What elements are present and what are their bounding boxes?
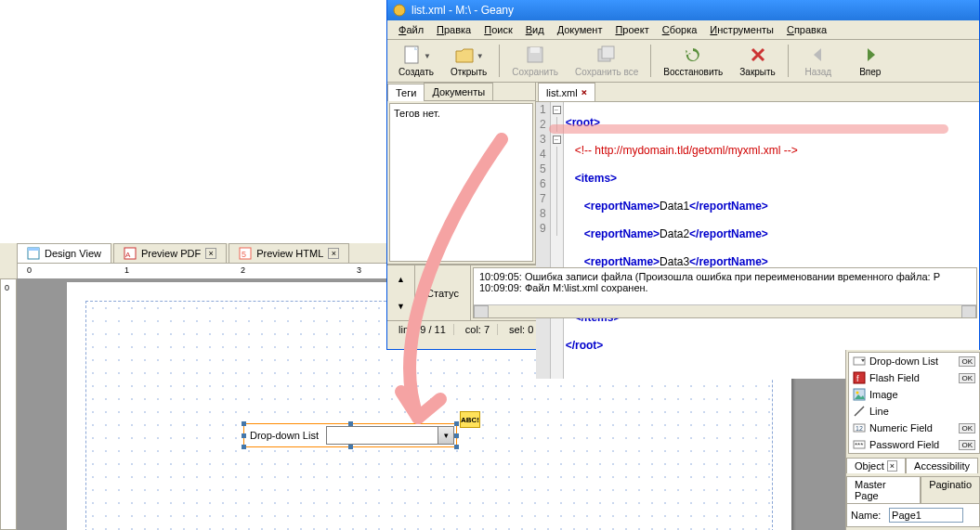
- close-icon[interactable]: ×: [328, 248, 339, 259]
- ruler-label: 0: [27, 265, 32, 275]
- line-icon: [853, 405, 866, 418]
- save-button[interactable]: Сохранить: [504, 43, 566, 79]
- tab-object[interactable]: Object×: [846, 458, 906, 473]
- ruler-label: 2: [241, 265, 245, 275]
- list-item[interactable]: Line: [849, 403, 979, 420]
- message-window: ▲▼ Статус 10:09:05: Ошибка записи файла …: [387, 265, 979, 320]
- layout-icon: [27, 247, 40, 260]
- resize-handle[interactable]: [242, 421, 246, 426]
- resize-handle[interactable]: [454, 421, 459, 426]
- resize-handle[interactable]: [242, 445, 246, 449]
- side-tab-documents[interactable]: Документы: [424, 83, 493, 100]
- tab-label: Design View: [45, 248, 101, 259]
- svg-rect-14: [854, 372, 865, 383]
- editor-tab[interactable]: list.xml ×: [538, 83, 595, 101]
- resize-handle[interactable]: [242, 433, 246, 438]
- svg-rect-12: [602, 46, 614, 58]
- tab-pagination[interactable]: Paginatio: [921, 476, 980, 503]
- list-item[interactable]: Drop-down ListOK: [849, 353, 979, 369]
- line-gutter: 123456789: [536, 102, 551, 379]
- widget-label: Drop-down List: [244, 430, 324, 441]
- menu-file[interactable]: Файл: [393, 22, 429, 37]
- menu-edit[interactable]: Правка: [431, 22, 477, 37]
- tab-label: Preview HTML: [256, 248, 323, 259]
- titlebar[interactable]: list.xml - M:\ - Geany: [387, 0, 979, 20]
- prop-name-label: Name:: [851, 510, 886, 521]
- resize-handle[interactable]: [348, 421, 353, 426]
- list-item[interactable]: 12 Numeric FieldOK: [849, 420, 979, 436]
- code-area[interactable]: 123456789 −− <root> <!-- http://mydomain…: [536, 102, 979, 379]
- svg-point-6: [394, 5, 405, 16]
- list-item[interactable]: Image: [849, 386, 979, 403]
- html5-icon: 5: [239, 247, 252, 260]
- tab-label: Preview PDF: [141, 248, 201, 259]
- code-text[interactable]: <root> <!-- http://mydomain.tld/getxml/m…: [564, 102, 798, 379]
- svg-text:***: ***: [855, 441, 863, 449]
- back-button[interactable]: Назад: [793, 43, 843, 79]
- chevron-down-icon[interactable]: ▼: [477, 52, 484, 60]
- ruler-label: 1: [124, 265, 129, 275]
- status-line: 10:09:05: Ошибка записи файла (Произошла…: [479, 271, 971, 282]
- svg-rect-10: [530, 47, 540, 53]
- side-tab-tags[interactable]: Теги: [387, 84, 425, 101]
- toolbar-label: Создать: [399, 67, 434, 77]
- tab-preview-pdf[interactable]: A Preview PDF ×: [113, 243, 227, 263]
- ruler-label: 3: [357, 265, 361, 275]
- menu-build[interactable]: Сборка: [657, 22, 703, 37]
- side-panel-content: Тегов нет.: [389, 103, 533, 262]
- close-icon[interactable]: ×: [581, 86, 588, 98]
- revert-button[interactable]: Восстановить: [656, 43, 730, 79]
- tab-accessibility[interactable]: Accessibility: [906, 458, 978, 473]
- dropdown-field[interactable]: [326, 426, 454, 445]
- list-item[interactable]: *** Password FieldOK: [849, 436, 979, 453]
- menu-tools[interactable]: Инструменты: [704, 22, 779, 37]
- palette-panel: Drop-down ListOK f Flash FieldOK Image L…: [845, 350, 980, 530]
- menu-project[interactable]: Проект: [609, 22, 654, 37]
- msg-nav[interactable]: ▲▼: [387, 265, 415, 320]
- dropdown-icon: [853, 355, 866, 368]
- abc-badge: ABC!: [460, 411, 480, 428]
- svg-text:A: A: [125, 251, 131, 259]
- status-line: 10:09:09: Файл M:\list.xml сохранен.: [479, 282, 971, 293]
- close-icon[interactable]: ×: [887, 460, 897, 472]
- svg-text:12: 12: [856, 425, 863, 432]
- fold-gutter[interactable]: −−: [551, 102, 564, 379]
- svg-text:5: 5: [242, 250, 246, 259]
- app-icon: [393, 4, 406, 17]
- toolbar-label: Впер: [859, 67, 881, 77]
- resize-handle[interactable]: [454, 433, 459, 438]
- menu-document[interactable]: Документ: [552, 22, 608, 37]
- close-button[interactable]: Закрыть: [732, 43, 783, 79]
- ruler-vertical: 0: [0, 278, 17, 530]
- menu-search[interactable]: Поиск: [478, 22, 517, 37]
- menu-help[interactable]: Справка: [781, 22, 832, 37]
- forward-button[interactable]: Впер: [845, 43, 895, 79]
- component-list: Drop-down ListOK f Flash FieldOK Image L…: [848, 352, 980, 454]
- chevron-down-icon[interactable]: ▼: [424, 52, 431, 60]
- arrow-left-icon: [808, 45, 829, 65]
- name-input[interactable]: [889, 508, 963, 523]
- saveall-button[interactable]: Сохранить все: [568, 43, 646, 79]
- image-icon: [853, 388, 866, 401]
- toolbar-label: Назад: [804, 67, 831, 77]
- side-panel: Теги Документы Тегов нет.: [387, 83, 536, 264]
- menubar: Файл Правка Поиск Вид Документ Проект Сб…: [387, 20, 979, 40]
- pdf-icon: A: [124, 247, 137, 260]
- scrollbar-horizontal[interactable]: [474, 304, 976, 317]
- tab-preview-html[interactable]: 5 Preview HTML ×: [229, 243, 349, 263]
- msg-tab-status[interactable]: Статус: [415, 265, 471, 320]
- resize-handle[interactable]: [348, 445, 353, 449]
- menu-view[interactable]: Вид: [520, 22, 550, 37]
- close-icon[interactable]: ×: [205, 248, 216, 259]
- list-item[interactable]: f Flash FieldOK: [849, 369, 979, 386]
- tab-design-view[interactable]: Design View: [17, 243, 111, 263]
- password-icon: ***: [853, 438, 866, 451]
- open-button[interactable]: ▼ Открыть: [443, 43, 494, 79]
- tab-master-page[interactable]: Master Page: [846, 476, 921, 503]
- svg-point-17: [856, 392, 859, 394]
- arrow-right-icon: [860, 45, 881, 65]
- close-icon: [748, 45, 768, 65]
- resize-handle[interactable]: [454, 445, 459, 449]
- dropdown-widget[interactable]: Drop-down List ABC!: [243, 423, 457, 447]
- new-button[interactable]: ▼ Создать: [391, 43, 441, 79]
